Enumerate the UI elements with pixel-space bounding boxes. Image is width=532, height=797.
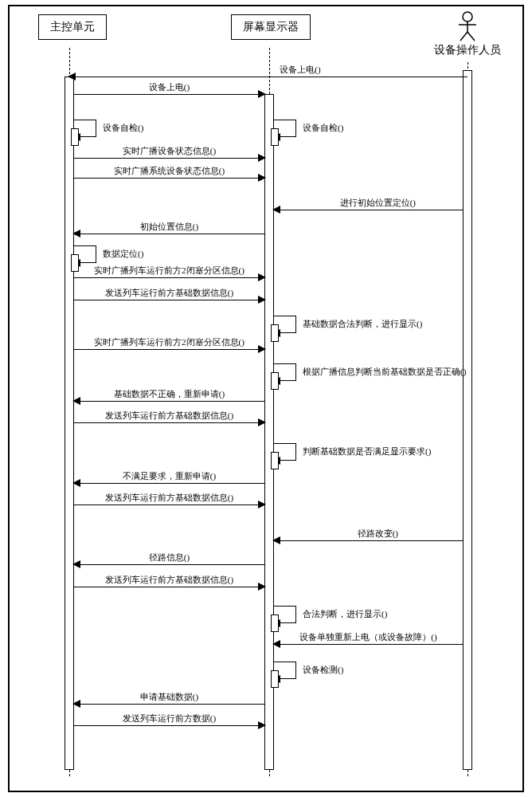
- msg-broadcast-sys-status: 实时广播系统设备状态信息(): [74, 178, 264, 179]
- msg-repower: 设备单独重新上电（或设备故障）(): [274, 644, 463, 645]
- msg-reapply-1: 基础数据不正确，重新申请(): [74, 401, 264, 402]
- self-data-locate: 数据定位(): [74, 245, 96, 263]
- participant-label: 设备操作人员: [432, 43, 503, 57]
- participant-label: 主控单元: [38, 14, 107, 40]
- self-judge-correct: 根据广播信息判断当前基础数据是否正确(): [274, 363, 296, 381]
- activation-display: [264, 94, 274, 770]
- self-main-selfcheck: 设备自检(): [74, 120, 96, 137]
- participant-main-unit: 主控单元: [38, 14, 107, 40]
- self-display-selfcheck: 设备自检(): [274, 120, 296, 137]
- msg-send-forward-data: 发送列车运行前方数据(): [74, 725, 264, 726]
- msg-request-base: 申请基础数据(): [74, 704, 264, 705]
- svg-line-4: [467, 32, 475, 41]
- participant-display: 屏幕显示器: [231, 14, 311, 40]
- activation-main: [65, 77, 74, 770]
- actor-icon: [457, 11, 478, 41]
- participant-operator: 设备操作人员: [432, 11, 503, 57]
- participant-label: 屏幕显示器: [231, 14, 311, 40]
- msg-send-base-3: 发送列车运行前方基础数据信息(): [74, 505, 264, 505]
- msg-send-base-2: 发送列车运行前方基础数据信息(): [74, 422, 264, 423]
- self-device-check: 设备检测(): [274, 662, 296, 679]
- activation-operator: [463, 70, 472, 770]
- self-valid-display: 合法判断，进行显示(): [274, 606, 296, 623]
- msg-power-on-1: 设备上电(): [69, 77, 467, 77]
- self-satisfy-display: 判断基础数据是否满足显示要求(): [274, 443, 296, 461]
- msg-broadcast-block-2: 实时广播列车运行前方2闭塞分区信息(): [74, 349, 264, 350]
- msg-init-pos-info: 初始位置信息(): [74, 234, 264, 234]
- svg-line-3: [460, 32, 467, 41]
- msg-init-locate: 进行初始位置定位(): [274, 210, 463, 210]
- msg-route-change: 径路改变(): [274, 540, 463, 541]
- msg-reapply-2: 不满足要求，重新申请(): [74, 483, 264, 484]
- msg-broadcast-block-1: 实时广播列车运行前方2闭塞分区信息(): [74, 277, 264, 278]
- self-base-valid-display: 基础数据合法判断，进行显示(): [274, 316, 296, 333]
- msg-send-base-1: 发送列车运行前方基础数据信息(): [74, 300, 264, 300]
- msg-send-base-4: 发送列车运行前方基础数据信息(): [74, 587, 264, 587]
- msg-broadcast-status: 实时广播设备状态信息(): [74, 158, 264, 159]
- diagram-frame: 主控单元 屏幕显示器 设备操作人员 设备上电() 设备上电() 设备自检(): [8, 5, 524, 792]
- msg-power-on-2: 设备上电(): [74, 94, 264, 95]
- svg-point-0: [463, 12, 472, 22]
- msg-route-info: 径路信息(): [74, 564, 264, 565]
